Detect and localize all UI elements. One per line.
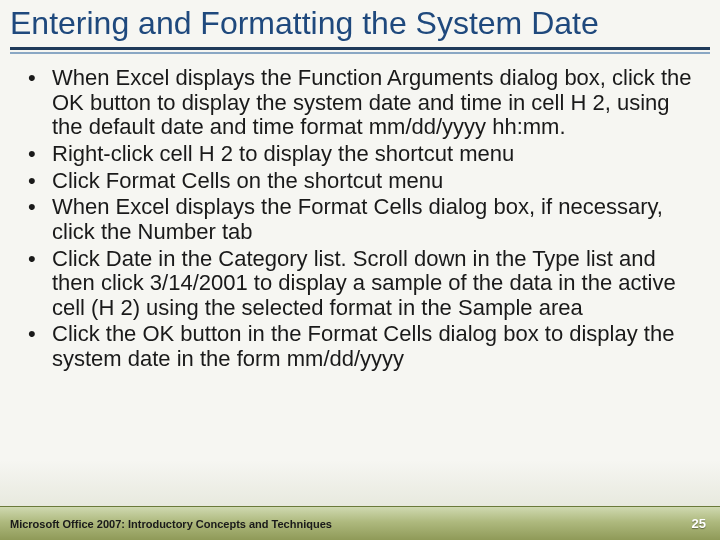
bullet-item: When Excel displays the Format Cells dia…	[40, 195, 698, 244]
title-rule-dark	[10, 47, 710, 50]
bullet-item: Click Format Cells on the shortcut menu	[40, 169, 698, 194]
slide-title: Entering and Formatting the System Date	[10, 6, 710, 41]
bullet-item: Click Date in the Category list. Scroll …	[40, 247, 698, 321]
bullet-item: Click the OK button in the Format Cells …	[40, 322, 698, 371]
footer-gradient	[0, 460, 720, 506]
title-area: Entering and Formatting the System Date	[0, 0, 720, 41]
bullet-list: When Excel displays the Function Argumen…	[22, 66, 698, 372]
footer-text: Microsoft Office 2007: Introductory Conc…	[10, 518, 332, 530]
slide: Entering and Formatting the System Date …	[0, 0, 720, 540]
bullet-item: Right-click cell H 2 to display the shor…	[40, 142, 698, 167]
content-area: When Excel displays the Function Argumen…	[0, 54, 720, 372]
page-number: 25	[692, 516, 706, 531]
bullet-item: When Excel displays the Function Argumen…	[40, 66, 698, 140]
footer-bar: Microsoft Office 2007: Introductory Conc…	[0, 506, 720, 540]
